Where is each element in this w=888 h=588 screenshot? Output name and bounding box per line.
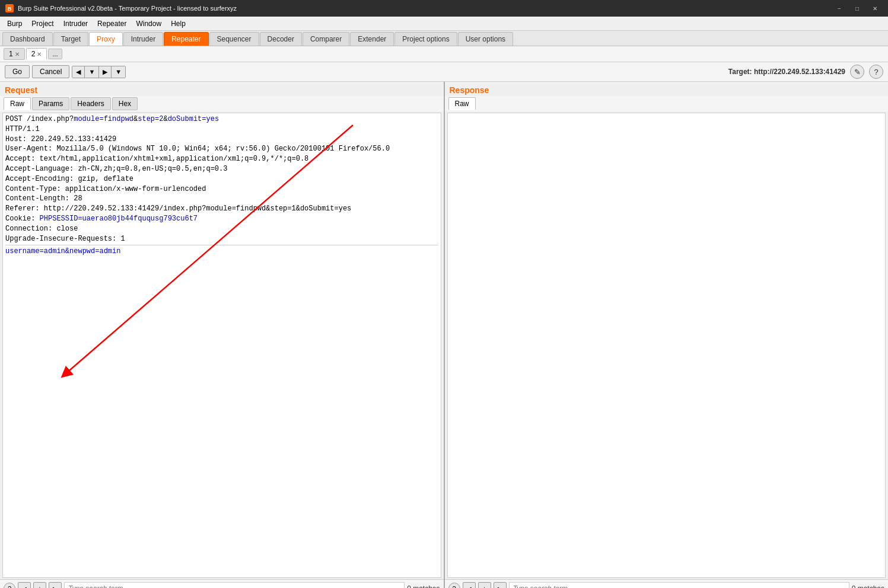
request-body: username=admin&newpwd=admin xyxy=(5,247,438,257)
tab-user-options[interactable]: User options xyxy=(458,32,513,46)
tab-comparer[interactable]: Comparer xyxy=(303,32,349,46)
minimize-button[interactable]: − xyxy=(831,2,848,14)
window-controls: − □ ✕ xyxy=(831,2,883,14)
tab-extender[interactable]: Extender xyxy=(350,32,394,46)
request-text: POST /index.php?module=findpwd&step=2&do… xyxy=(5,114,438,244)
request-tab-raw[interactable]: Raw xyxy=(4,97,31,110)
request-search-prev[interactable]: ◀ xyxy=(18,582,31,588)
edit-target-button[interactable]: ✎ xyxy=(850,65,864,79)
request-tab-params[interactable]: Params xyxy=(32,97,69,110)
request-tab-headers[interactable]: Headers xyxy=(71,97,110,110)
repeater-tab-more[interactable]: ... xyxy=(48,49,62,59)
toolbar: Go Cancel ◀ ▼ ▶ ▼ Target: http://220.249… xyxy=(0,62,888,82)
tab-proxy[interactable]: Proxy xyxy=(89,32,123,46)
response-search-bar: ? ◀ + ▶ 0 matches xyxy=(445,579,889,588)
forward-dropdown[interactable]: ▼ xyxy=(112,66,125,78)
repeater-tab-1-label: 1 xyxy=(9,50,13,58)
menu-bar: Burp Project Intruder Repeater Window He… xyxy=(0,17,888,31)
response-search-next[interactable]: + xyxy=(478,582,491,588)
response-tab-bar: Raw xyxy=(445,96,889,111)
target-info: Target: http://220.249.52.133:41429 ✎ ? xyxy=(728,65,883,79)
response-search-input[interactable] xyxy=(509,582,849,588)
tab-target[interactable]: Target xyxy=(53,32,88,46)
response-tab-raw[interactable]: Raw xyxy=(448,97,476,110)
request-title: Request xyxy=(0,82,444,96)
back-button[interactable]: ◀ xyxy=(72,66,85,78)
repeater-tab-1-close[interactable]: ✕ xyxy=(15,51,20,57)
tab-repeater[interactable]: Repeater xyxy=(164,32,208,46)
svg-text:B: B xyxy=(8,6,12,12)
menu-intruder[interactable]: Intruder xyxy=(59,18,93,29)
request-tab-hex[interactable]: Hex xyxy=(112,97,138,110)
request-search-next[interactable]: + xyxy=(33,582,46,588)
response-title: Response xyxy=(445,82,889,96)
request-search-help[interactable]: ? xyxy=(4,583,15,588)
repeater-tab-bar: 1 ✕ 2 ✕ ... xyxy=(0,46,888,62)
repeater-tab-2-close[interactable]: ✕ xyxy=(37,51,42,57)
request-content[interactable]: POST /index.php?module=findpwd&step=2&do… xyxy=(2,113,441,578)
go-button[interactable]: Go xyxy=(5,65,30,78)
response-search-help[interactable]: ? xyxy=(448,583,460,588)
tab-decoder[interactable]: Decoder xyxy=(260,32,302,46)
title-bar: B Burp Suite Professional v2.0beta - Tem… xyxy=(0,0,888,17)
tab-sequencer[interactable]: Sequencer xyxy=(209,32,259,46)
response-panel: Response Raw ? ◀ + ▶ 0 matches xyxy=(445,82,889,588)
target-label: Target: http://220.249.52.133:41429 xyxy=(728,68,845,76)
request-search-bar: ? ◀ + ▶ 0 matches xyxy=(0,579,444,588)
app-icon: B xyxy=(5,4,14,13)
close-button[interactable]: ✕ xyxy=(867,2,883,14)
menu-help[interactable]: Help xyxy=(166,18,190,29)
request-search-forward[interactable]: ▶ xyxy=(49,582,62,588)
main-tab-bar: Dashboard Target Proxy Intruder Repeater… xyxy=(0,31,888,46)
menu-window[interactable]: Window xyxy=(131,18,166,29)
repeater-tab-2-label: 2 xyxy=(31,50,36,58)
forward-button[interactable]: ▶ xyxy=(99,66,112,78)
request-search-input[interactable] xyxy=(64,582,405,588)
response-search-forward[interactable]: ▶ xyxy=(494,582,507,588)
request-search-matches: 0 matches xyxy=(407,584,440,588)
menu-burp[interactable]: Burp xyxy=(2,18,27,29)
menu-project[interactable]: Project xyxy=(27,18,58,29)
main-content: Request Raw Params Headers Hex POST /ind… xyxy=(0,82,888,588)
request-tab-bar: Raw Params Headers Hex xyxy=(0,96,444,111)
response-search-prev[interactable]: ◀ xyxy=(463,582,476,588)
tab-project-options[interactable]: Project options xyxy=(394,32,457,46)
window-title: Burp Suite Professional v2.0beta - Tempo… xyxy=(18,5,831,12)
tab-intruder[interactable]: Intruder xyxy=(123,32,163,46)
cancel-button[interactable]: Cancel xyxy=(32,65,69,78)
repeater-tab-2[interactable]: 2 ✕ xyxy=(26,48,47,60)
menu-repeater[interactable]: Repeater xyxy=(93,18,131,29)
tab-dashboard[interactable]: Dashboard xyxy=(2,32,53,46)
response-search-matches: 0 matches xyxy=(852,584,884,588)
maximize-button[interactable]: □ xyxy=(849,2,865,14)
request-panel: Request Raw Params Headers Hex POST /ind… xyxy=(0,82,445,588)
repeater-tab-1[interactable]: 1 ✕ xyxy=(4,48,25,60)
help-target-button[interactable]: ? xyxy=(869,65,883,79)
response-content[interactable] xyxy=(447,113,886,578)
back-forward-nav: ◀ ▼ ▶ ▼ xyxy=(72,66,126,78)
back-dropdown[interactable]: ▼ xyxy=(85,66,99,78)
